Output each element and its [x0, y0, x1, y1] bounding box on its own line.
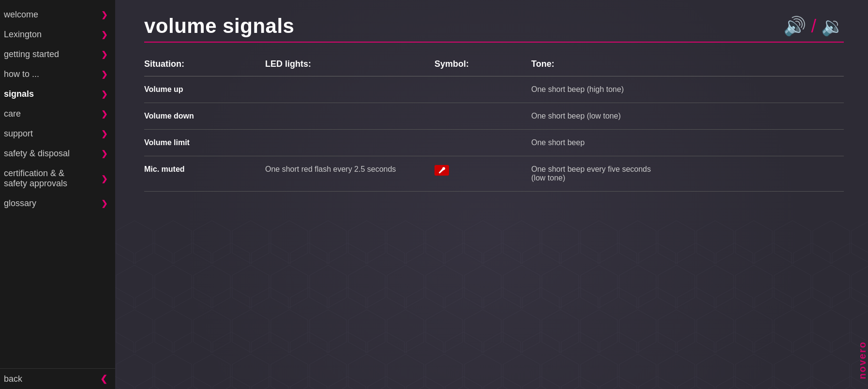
sidebar-item-arrow-icon: ❯: [101, 50, 107, 59]
sidebar-item-arrow-icon: ❯: [101, 70, 107, 79]
sidebar-item-glossary[interactable]: glossary❯: [0, 194, 115, 213]
table-body: Volume upOne short beep (high tone)Volum…: [144, 76, 844, 192]
sidebar-item-label: Lexington: [4, 30, 42, 40]
sidebar-item-label: care: [4, 109, 21, 119]
header-area: volume signals 🔊 / 🔉: [144, 15, 844, 38]
sidebar-item-arrow-icon: ❯: [101, 129, 107, 138]
sidebar-item-label: safety & disposal: [4, 149, 70, 159]
back-button[interactable]: back ❮: [0, 368, 115, 389]
sidebar-item-arrow-icon: ❯: [101, 174, 107, 183]
cell-situation-2: Volume limit: [144, 130, 265, 156]
col-header-led: LED lights:: [265, 54, 434, 76]
sidebar-item-label: how to ...: [4, 69, 39, 79]
main-content: volume signals 🔊 / 🔉 Situation: LED ligh…: [115, 0, 868, 389]
sidebar-item-label: support: [4, 129, 33, 139]
sidebar-item-label: welcome: [4, 10, 38, 20]
sidebar-item-label: glossary: [4, 198, 36, 209]
sidebar-item-how-to[interactable]: how to ...❯: [0, 64, 115, 84]
brand-watermark: novero: [857, 341, 868, 379]
sidebar-item-label: signals: [4, 89, 34, 99]
sidebar-item-certification[interactable]: certification & &safety approvals❯: [0, 164, 115, 194]
cell-led-2: [265, 130, 434, 156]
sidebar-item-label: getting started: [4, 49, 59, 60]
cell-situation-1: Volume down: [144, 103, 265, 130]
sidebar-item-arrow-icon: ❯: [101, 90, 107, 99]
mic-muted-symbol: [434, 165, 449, 176]
volume-up-icon: 🔊: [783, 15, 806, 37]
cell-tone-3: One short beep every five seconds(low to…: [531, 156, 844, 192]
col-header-situation: Situation:: [144, 54, 265, 76]
sidebar-item-safety-disposal[interactable]: safety & disposal❯: [0, 144, 115, 164]
cell-symbol-3: [434, 156, 531, 192]
cell-led-1: [265, 103, 434, 130]
signals-table: Situation: LED lights: Symbol: Tone: Vol…: [144, 54, 844, 192]
cell-tone-1: One short beep (low tone): [531, 103, 844, 130]
table-row: Volume downOne short beep (low tone): [144, 103, 844, 130]
table-header: Situation: LED lights: Symbol: Tone:: [144, 54, 844, 76]
slash-divider: /: [811, 16, 816, 37]
sidebar: welcome❯Lexington❯getting started❯how to…: [0, 0, 115, 389]
col-header-tone: Tone:: [531, 54, 844, 76]
title-underline: [144, 42, 844, 43]
cell-led-0: [265, 76, 434, 103]
sidebar-item-arrow-icon: ❯: [101, 10, 107, 19]
table-row: Volume limitOne short beep: [144, 130, 844, 156]
cell-tone-2: One short beep: [531, 130, 844, 156]
cell-situation-0: Volume up: [144, 76, 265, 103]
cell-symbol-0: [434, 76, 531, 103]
sidebar-item-arrow-icon: ❯: [101, 149, 107, 158]
cell-tone-0: One short beep (high tone): [531, 76, 844, 103]
sidebar-item-care[interactable]: care❯: [0, 104, 115, 124]
sidebar-item-lexington[interactable]: Lexington❯: [0, 25, 115, 45]
sidebar-item-arrow-icon: ❯: [101, 30, 107, 39]
cell-situation-3: Mic. muted: [144, 156, 265, 192]
col-header-symbol: Symbol:: [434, 54, 531, 76]
page-title: volume signals: [144, 15, 294, 38]
volume-down-icon: 🔉: [821, 15, 844, 37]
volume-icon-area: 🔊 / 🔉: [783, 15, 844, 37]
cell-symbol-2: [434, 130, 531, 156]
table-row: Volume upOne short beep (high tone): [144, 76, 844, 103]
cell-symbol-1: [434, 103, 531, 130]
back-arrow-icon: ❮: [100, 374, 107, 384]
sidebar-item-getting-started[interactable]: getting started❯: [0, 45, 115, 64]
sidebar-item-label: certification & &safety approvals: [4, 168, 67, 189]
svg-rect-3: [115, 220, 868, 389]
back-label: back: [4, 374, 22, 384]
sidebar-item-arrow-icon: ❯: [101, 199, 107, 208]
sidebar-nav: welcome❯Lexington❯getting started❯how to…: [0, 0, 115, 368]
sidebar-item-welcome[interactable]: welcome❯: [0, 5, 115, 25]
sidebar-item-signals[interactable]: signals❯: [0, 84, 115, 104]
hex-background: [115, 220, 868, 389]
table-row: Mic. mutedOne short red flash every 2.5 …: [144, 156, 844, 192]
sidebar-item-support[interactable]: support❯: [0, 124, 115, 144]
sidebar-item-arrow-icon: ❯: [101, 109, 107, 119]
cell-led-3: One short red flash every 2.5 seconds: [265, 156, 434, 192]
